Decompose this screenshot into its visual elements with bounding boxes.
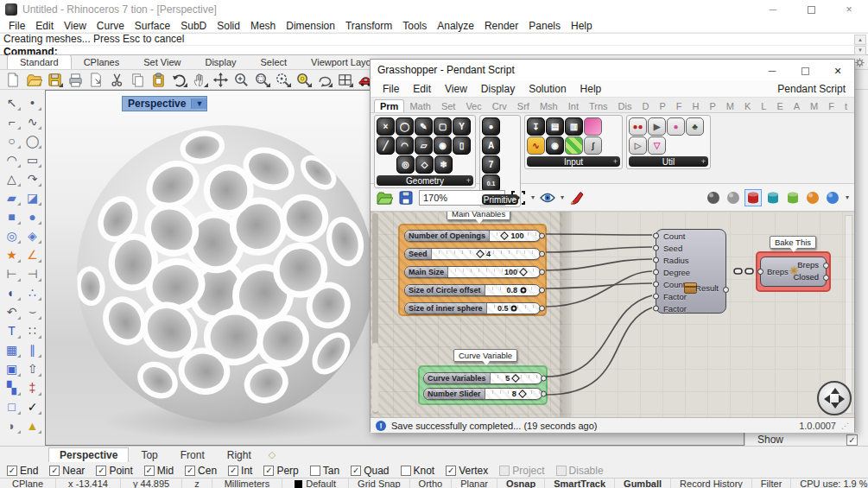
gh-tab-int[interactable]: Int — [563, 100, 584, 112]
toolbar-tab-select[interactable]: Select — [249, 55, 300, 69]
spiral-param-icon[interactable]: ◎ — [396, 155, 415, 174]
blocks-icon[interactable]: ▦ — [2, 340, 22, 358]
cluster-output-nub[interactable] — [723, 287, 729, 293]
menu-subd[interactable]: SubD — [175, 20, 212, 32]
circle-icon[interactable]: ○ — [2, 131, 22, 149]
viewport-dropdown-icon[interactable]: ▼ — [191, 98, 206, 109]
zoom-window-icon[interactable] — [252, 71, 271, 88]
pane-filter[interactable]: Filter — [752, 478, 791, 488]
resize-grip-icon[interactable]: ⋰ — [841, 421, 849, 430]
palette-label-input[interactable]: Input+ — [527, 156, 620, 167]
extrude-icon[interactable]: ⇧ — [22, 359, 42, 377]
galapagos-icon[interactable]: ● — [667, 117, 685, 136]
graph-mapper-widget-icon[interactable]: ∿ — [527, 136, 545, 155]
drape-icon[interactable]: ◈ — [22, 226, 42, 244]
gh-tab-l[interactable]: L — [756, 100, 771, 112]
gesture-widget-icon[interactable]: ∫ — [584, 136, 602, 155]
ellipse-icon[interactable]: ◯ — [22, 131, 42, 149]
osnap-near[interactable]: ✓Near — [49, 465, 85, 477]
colour-param-icon[interactable]: ● — [482, 117, 500, 136]
data-dam-icon[interactable]: ▶ — [648, 117, 666, 136]
gh-maximize-button[interactable] — [789, 60, 821, 81]
group-main-variables[interactable]: Number of Openings 100 Seed 4 Main Size … — [398, 224, 547, 316]
scroll-down-icon[interactable]: ▼ — [854, 46, 866, 56]
gh-close-button[interactable]: × — [821, 60, 854, 81]
brep-param-icon[interactable]: ▯ — [453, 136, 471, 155]
point-cloud-icon[interactable]: ∴ — [22, 283, 42, 301]
command-area[interactable]: Creating meshes... Press Esc to cancel C… — [0, 33, 868, 55]
slider-output-nub[interactable] — [539, 251, 545, 257]
palette-label-util[interactable]: Util+ — [629, 156, 708, 167]
palette-label-primitive[interactable]: Primitive+ — [482, 194, 518, 205]
open-icon[interactable] — [24, 71, 43, 88]
focus-dropdown-icon[interactable]: ▾ — [531, 193, 535, 201]
status-cplane[interactable]: CPlane — [0, 478, 56, 488]
gh-menu-file[interactable]: File — [376, 83, 406, 95]
breps-input-nub[interactable] — [757, 269, 763, 275]
gh-menu-help[interactable]: Help — [573, 83, 609, 95]
slider-number-of-openings[interactable]: Number of Openings 100 — [404, 230, 541, 242]
boolean-union-icon[interactable]: ◐ — [2, 283, 22, 301]
gh-document-selector[interactable]: Pendant Script — [770, 83, 854, 95]
gh-tab-dis[interactable]: Dis — [613, 100, 637, 112]
adjust-curve-icon[interactable]: ↶ — [2, 302, 22, 320]
menu-render[interactable]: Render — [479, 20, 523, 32]
show-checkbox[interactable]: ✓ — [846, 434, 858, 446]
slider-output-nub[interactable] — [541, 376, 547, 382]
preview-custom-blue-icon[interactable] — [824, 189, 841, 206]
solid-union-icon[interactable]: ▣ — [2, 359, 22, 377]
surface-3pt-icon[interactable]: ▰ — [2, 188, 22, 206]
breps-output-breps[interactable]: Breps — [797, 260, 819, 269]
toolbar-tab-cplanes[interactable]: CPlanes — [72, 55, 132, 69]
preview-custom-green-icon[interactable] — [784, 189, 801, 206]
pan-icon[interactable] — [190, 71, 209, 88]
preview-shaded-icon[interactable] — [744, 189, 762, 206]
command-scrollbar[interactable]: ▲ ▼ — [854, 35, 866, 55]
canvas-scrollbar[interactable] — [372, 213, 378, 414]
gh-tab-crv[interactable]: Crv — [487, 100, 512, 112]
osnap-int[interactable]: ✓Int — [228, 465, 252, 477]
record-history-tool-icon[interactable]: ‡ — [22, 378, 42, 396]
osnap-perp[interactable]: ✓Perp — [263, 465, 298, 477]
text-icon[interactable]: T — [2, 321, 22, 339]
knob-widget-icon[interactable]: ◉ — [546, 136, 564, 155]
geometry-pipeline-icon[interactable]: × — [377, 117, 395, 136]
slider-seed[interactable]: Seed 4 — [404, 248, 541, 260]
gh-tab-srf[interactable]: Srf — [512, 100, 535, 112]
viewport-tab-right[interactable]: Right — [217, 448, 262, 462]
cluster-input-radius[interactable]: Radius — [656, 254, 725, 266]
zoom-extents-icon[interactable] — [294, 71, 313, 88]
gh-tab-set[interactable]: Set — [436, 100, 461, 112]
menu-edit[interactable]: Edit — [30, 20, 59, 32]
box-param-icon[interactable]: ▢ — [434, 117, 452, 136]
close-button[interactable]: × — [830, 0, 868, 19]
polyline-icon[interactable]: ⌐ — [2, 112, 22, 130]
grasshopper-canvas[interactable]: Number of Openings 100 Seed 4 Main Size … — [371, 212, 854, 417]
palette-label-geometry[interactable]: Geometry+ — [377, 175, 473, 186]
new-viewport-icon[interactable]: ◇ — [269, 449, 276, 460]
sketch-pen-icon[interactable] — [568, 189, 586, 206]
pyramid-icon[interactable]: ▲ — [22, 416, 42, 434]
viewport-layout-icon[interactable] — [335, 71, 354, 88]
gh-tab-m2[interactable]: M — [805, 100, 823, 112]
sphere-param-icon[interactable]: ◉ — [434, 136, 452, 155]
preview-off-icon[interactable] — [705, 189, 722, 206]
gh-tab-a[interactable]: A — [789, 100, 805, 112]
gh-tab-d[interactable]: D — [637, 100, 654, 112]
cluster-input-factor-2[interactable]: Factor — [656, 302, 725, 314]
cluster-input-seed[interactable]: Seed — [656, 242, 725, 254]
export-page-icon[interactable] — [86, 71, 105, 88]
preview-custom-orange-icon[interactable] — [804, 189, 821, 206]
toolbar-tab-set-view[interactable]: Set View — [131, 55, 193, 69]
cherry-picker-icon[interactable]: ●● — [629, 117, 647, 136]
canvas-compass-widget[interactable] — [817, 381, 852, 415]
edit-points-icon[interactable]: ∷ — [22, 321, 42, 339]
select-arrow-icon[interactable]: ↖ — [2, 93, 22, 111]
slider-output-nub[interactable] — [539, 233, 545, 239]
slider-curve-variables[interactable]: Curve Variables 5 — [423, 372, 542, 384]
menu-analyze[interactable]: Analyze — [432, 20, 479, 32]
arc-icon[interactable]: ◠ — [2, 150, 22, 168]
number-slider-widget-icon[interactable]: ↧ — [527, 117, 545, 136]
shade-icon[interactable]: ◗ — [2, 416, 22, 434]
gh-menu-edit[interactable]: Edit — [406, 83, 438, 95]
